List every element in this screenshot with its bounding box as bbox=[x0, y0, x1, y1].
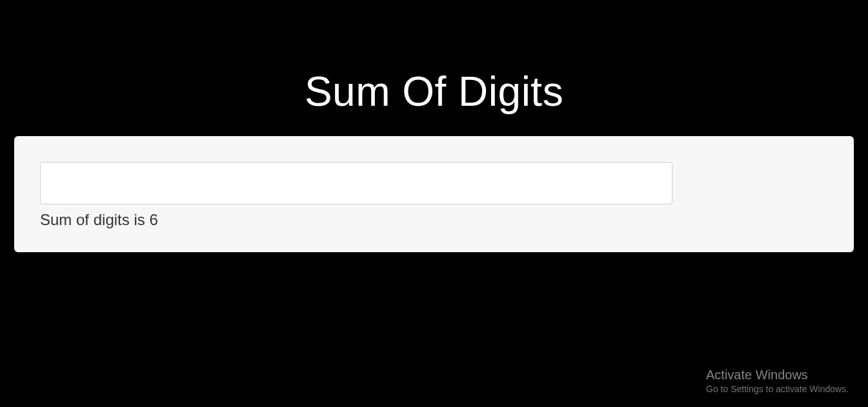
page-title: Sum Of Digits bbox=[0, 0, 868, 115]
number-input[interactable] bbox=[40, 162, 672, 204]
watermark-subtitle: Go to Settings to activate Windows. bbox=[706, 384, 849, 394]
result-text: Sum of digits is 6 bbox=[40, 211, 828, 229]
watermark-title: Activate Windows bbox=[706, 368, 849, 382]
main-card: Sum of digits is 6 bbox=[14, 136, 854, 252]
windows-watermark: Activate Windows Go to Settings to activ… bbox=[706, 368, 849, 394]
